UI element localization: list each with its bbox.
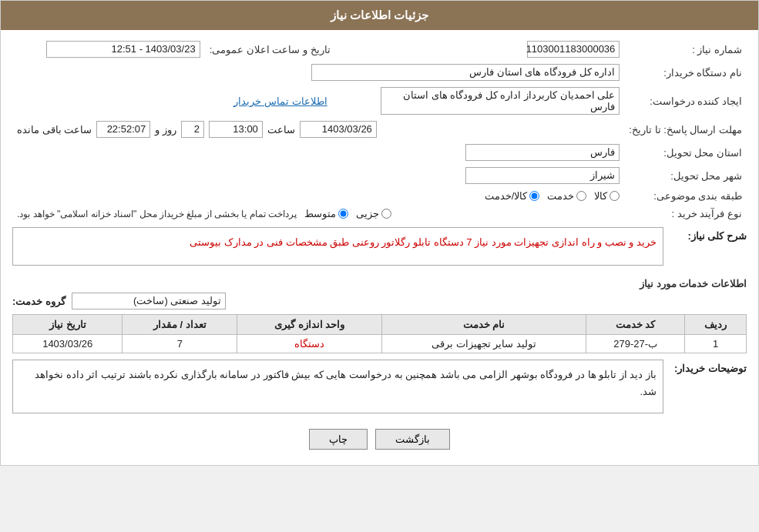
need-number-label: شماره نیاز : <box>624 38 747 61</box>
cell-code: ب-27-279 <box>586 335 685 353</box>
back-button[interactable]: بازگشت <box>375 429 450 450</box>
province-label: استان محل تحویل: <box>624 141 747 164</box>
process-option-1[interactable]: جزیی <box>356 208 391 219</box>
col-unit: واحد اندازه گیری <box>237 315 382 335</box>
category-option-1[interactable]: کالا <box>594 190 620 202</box>
deadline-label: مهلت ارسال پاسخ: تا تاریخ: <box>624 118 747 141</box>
day-label: روز و <box>155 124 176 136</box>
deadline-time: 13:00 <box>209 121 263 138</box>
created-by-label: ایجاد کننده درخواست: <box>624 84 747 118</box>
print-button[interactable]: چاپ <box>309 429 368 450</box>
page-title: جزئیات اطلاعات نیاز <box>331 8 428 22</box>
deadline-date: 1403/03/26 <box>300 121 377 138</box>
org-label: نام دستگاه خریدار: <box>624 61 747 84</box>
city-label: شهر محل تحویل: <box>624 164 747 187</box>
cell-quantity: 7 <box>123 335 237 353</box>
process-option-2[interactable]: متوسط <box>304 208 348 219</box>
table-row: 1 ب-27-279 تولید سایر تجهیزات برقی دستگا… <box>13 335 747 353</box>
days-value: 2 <box>181 121 204 138</box>
category-option-2[interactable]: خدمت <box>547 190 586 202</box>
remaining-label: ساعت باقی مانده <box>17 124 92 136</box>
created-by-value: علی احمدیان کاربرداز اداره کل فرودگاه ها… <box>381 87 620 115</box>
need-desc-label: شرح کلی نیاز: <box>687 230 747 242</box>
remaining-time: 22:52:07 <box>96 121 150 138</box>
announce-date-value: 1403/03/23 - 12:51 <box>46 41 200 58</box>
buyer-note-value: باز دید از تابلو ها در فرودگاه بوشهر الز… <box>12 360 663 413</box>
service-group-label: گروه خدمت: <box>12 296 65 307</box>
service-group-value: تولید صنعتی (ساخت) <box>72 293 226 309</box>
services-section-label: اطلاعات خدمات مورد نیاز <box>12 278 747 289</box>
need-number-value: 1103001183000036 <box>527 41 620 58</box>
category-option-3[interactable]: کالا/خدمت <box>485 190 540 202</box>
announce-date-label: تاریخ و ساعت اعلان عمومی: <box>205 38 335 61</box>
category-label: طبقه بندی موضوعی: <box>624 187 747 205</box>
province-value: فارس <box>465 144 620 161</box>
col-name: نام خدمت <box>382 315 586 335</box>
time-label: ساعت <box>267 124 295 136</box>
col-quantity: تعداد / مقدار <box>123 315 237 335</box>
cell-name: تولید سایر تجهیزات برقی <box>382 335 586 353</box>
buyer-note-label: توضیحات خریدار: <box>674 363 747 374</box>
page-header: جزئیات اطلاعات نیاز <box>1 1 758 30</box>
col-code: کد خدمت <box>586 315 685 335</box>
col-date: تاریخ نیاز <box>13 315 123 335</box>
process-label: نوع فرآیند خرید : <box>624 205 747 223</box>
cell-unit: دستگاه <box>237 335 382 353</box>
process-note: پرداخت تمام یا بخشی از مبلغ خریداز محل "… <box>17 209 297 219</box>
city-value: شیراز <box>465 167 620 184</box>
need-desc-value: خرید و نصب و راه اندازی تجهیزات مورد نیا… <box>12 227 663 266</box>
org-value: اداره کل فرودگاه های استان فارس <box>311 64 620 81</box>
contact-link[interactable]: اطلاعات تماس خریدار <box>233 95 327 107</box>
col-row-num: ردیف <box>685 315 747 335</box>
cell-date: 1403/03/26 <box>13 335 123 353</box>
cell-row-num: 1 <box>685 335 747 353</box>
